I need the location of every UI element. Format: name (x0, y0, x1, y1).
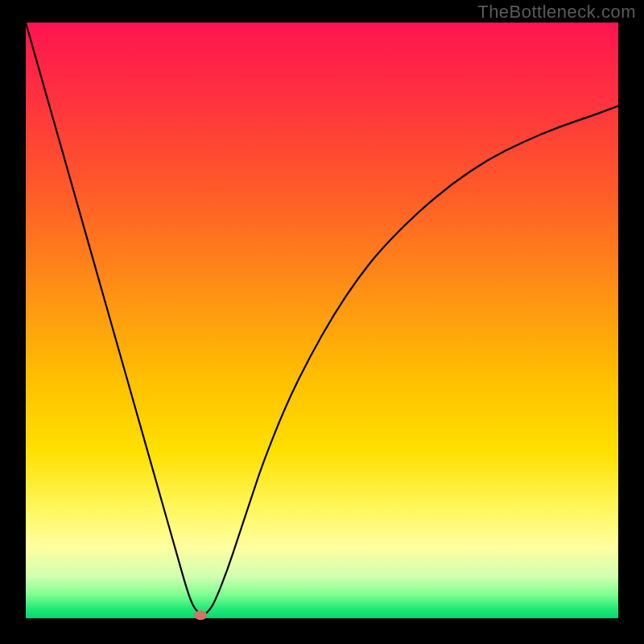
optimal-marker (194, 610, 207, 620)
watermark-text: TheBottleneck.com (477, 2, 636, 23)
bottleneck-chart: TheBottleneck.com (0, 0, 644, 644)
plot-background (26, 23, 618, 618)
chart-svg (0, 0, 644, 644)
